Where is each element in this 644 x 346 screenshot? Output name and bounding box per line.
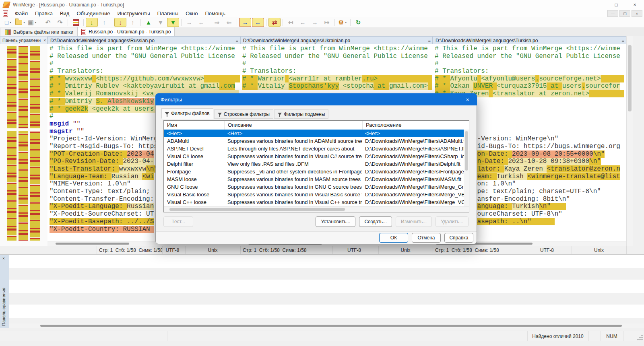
maximize-button[interactable]: □ (607, 0, 625, 10)
filter-list-vscrollbar[interactable] (464, 130, 469, 207)
menu-item-5[interactable]: Инструменты (114, 10, 154, 16)
filter-location-cell: D:\Downloads\WinMerge\Filters\Merge_VB_l… (362, 191, 464, 198)
hscroll-thumb[interactable] (40, 325, 622, 327)
filter-name-cell: Visual C++ loose (164, 198, 224, 206)
toolbar-separator (68, 19, 68, 26)
current-difference-button[interactable]: ↓ (114, 18, 126, 27)
status-encoding-3[interactable]: UTF-8 (522, 246, 572, 254)
copy-left-gray-button: ← (196, 18, 207, 27)
file-path: D:\Downloads\WinMerge\Languages\Turkish.… (436, 38, 538, 43)
column-header-name[interactable]: Имя (164, 121, 225, 130)
column-header-location[interactable]: Расположение (363, 121, 469, 130)
status-eol-3[interactable]: Unix (572, 246, 627, 254)
filter-list[interactable]: Имя Описание Расположение <Нет><Нет><Нет… (163, 120, 469, 212)
mdi-minimize-button[interactable]: — (607, 10, 618, 17)
mdi-close-button[interactable]: × (632, 10, 642, 17)
vscroll-thumb[interactable] (628, 45, 632, 111)
current-difference-up-button: ↑ (127, 18, 138, 27)
filter-row[interactable]: <Нет><Нет><Нет> (164, 130, 464, 137)
filter-row[interactable]: Visual C# looseSuppresses various binari… (164, 152, 464, 160)
header-menu-icon[interactable]: ≡ (622, 38, 624, 43)
resize-grip[interactable] (637, 335, 643, 340)
install-button[interactable]: Установить... (316, 216, 355, 227)
column-header-description[interactable]: Описание (225, 121, 363, 130)
close-button[interactable]: × (625, 0, 644, 10)
next-conflict-button[interactable]: ▼ (167, 18, 179, 27)
code-line: # * Vitaliy Stopchans'kyy <stopcha at gm… (242, 82, 433, 90)
filter-row[interactable]: Delphi filterView only files .PAS and fi… (164, 160, 464, 168)
ok-button[interactable]: ОК (379, 233, 408, 243)
new-button[interactable]: □ (2, 18, 14, 27)
winmerge-logo-icon (2, 2, 10, 8)
copy-to-left-button[interactable]: ← (252, 18, 264, 27)
filter-row[interactable]: Visual C++ looseSuppresses various binar… (164, 198, 464, 206)
mdi-window-controls: — ◱ × (606, 10, 642, 17)
filter-row[interactable]: FrontpageSuppresses _vti and other syste… (164, 168, 464, 175)
previous-conflict-button[interactable]: ▲ (143, 18, 154, 27)
filter-row[interactable]: GNU C looseSuppresses various binaries f… (164, 183, 464, 191)
view-differences-button[interactable] (70, 18, 81, 27)
dialog-tab-2[interactable]: Строковые фильтры (214, 109, 273, 119)
open-button[interactable] (14, 18, 26, 27)
dialog-close-button[interactable]: × (458, 94, 477, 106)
dialog-tab-1[interactable]: Фильтры файлов (161, 108, 213, 119)
code-line: # Translators: (50, 68, 240, 75)
filter-row[interactable]: Visual Basic looseSuppresses various bin… (164, 191, 464, 198)
window-edge (0, 341, 644, 346)
tab-compare[interactable]: Russian.po - Ukrainian.po - Turkish.po (77, 27, 175, 36)
location-bar-left[interactable] (7, 46, 17, 241)
cancel-button[interactable]: Отмена (412, 233, 441, 243)
compare-pane-body[interactable] (9, 255, 644, 323)
menu-item-7[interactable]: Окно (182, 10, 201, 16)
vscroll-thumb[interactable] (465, 131, 468, 171)
dialog-title: Фильтры (161, 97, 182, 103)
header-menu-icon[interactable]: ≡ (236, 38, 238, 43)
next-difference-button[interactable]: ↓ (86, 18, 98, 27)
menu-item-8[interactable]: Помощь (202, 10, 229, 16)
title-bar: WinMerge - [Russian.po - Ukrainian.po - … (0, 0, 644, 10)
status-eol-1[interactable]: Unix (185, 246, 241, 254)
location-bar-middle[interactable] (19, 46, 28, 241)
status-encoding-1[interactable]: UTF-8 (160, 246, 186, 254)
options-button[interactable]: ⚙ (337, 18, 348, 27)
filter-row[interactable]: ADAMultiSuppresses various binaries foun… (164, 137, 464, 145)
help-button[interactable]: Справка (444, 233, 473, 243)
vertical-scrollbar[interactable] (626, 36, 633, 246)
location-bar-right[interactable] (30, 46, 40, 241)
menu-bar: ФайлПравкаВидОбъединениеИнструментыПлаги… (0, 10, 644, 17)
filter-row[interactable]: MASM looseSuppresses various binaries fo… (164, 175, 464, 183)
current-difference-icon: ↓ (119, 19, 122, 26)
file-header-russian[interactable]: D:\Downloads\WinMerge\Languages\Russian.… (47, 36, 240, 45)
status-position-2: Стр: 1 Стб: 1/58 Симв: 1/58 (240, 246, 333, 254)
file-header-ukrainian[interactable]: D:\Downloads\WinMerge\Languages\Ukrainia… (240, 36, 433, 45)
filter-row[interactable]: ASP.NET DevelLets through only files ASP… (164, 145, 464, 152)
filter-list-hscrollbar[interactable] (164, 206, 469, 212)
refresh-button[interactable]: ↻ (353, 18, 364, 27)
num-lock-indicator: NUM (601, 331, 623, 342)
status-encoding-2[interactable]: UTF-8 (330, 246, 379, 254)
menu-item-1[interactable]: Файл (11, 10, 31, 16)
status-eol-2[interactable]: Unix (378, 246, 433, 254)
dialog-title-bar[interactable]: Фильтры (155, 93, 477, 105)
header-menu-icon[interactable]: ≡ (428, 38, 431, 43)
auto-merge-button[interactable]: ⇄ (268, 18, 281, 27)
tab-select-files[interactable]: Выбрать файлы или папки (1, 28, 77, 36)
menu-items: ФайлПравкаВидОбъединениеИнструментыПлаги… (11, 10, 229, 16)
menu-item-2[interactable]: Правка (31, 10, 56, 16)
menu-item-3[interactable]: Вид (56, 10, 73, 16)
location-bars[interactable] (7, 46, 41, 241)
file-header-turkish[interactable]: D:\Downloads\WinMerge\Languages\Turkish.… (433, 36, 626, 45)
mdi-restore-button[interactable]: ◱ (619, 10, 630, 17)
copy-left-gray-icon: ← (198, 19, 204, 26)
hscroll-thumb[interactable] (169, 208, 345, 211)
minimize-button[interactable]: — (588, 0, 607, 10)
dialog-tab-3[interactable]: Фильтры подмены (274, 109, 328, 119)
menu-item-4[interactable]: Объединение (73, 10, 114, 16)
location-pane-close-icon[interactable]: × (43, 38, 46, 43)
create-button[interactable]: Создать... (359, 216, 392, 227)
filter-list-header: Имя Описание Расположение (164, 121, 469, 130)
compare-pane-close-icon[interactable]: × (2, 256, 5, 261)
menu-item-6[interactable]: Плагины (154, 10, 182, 16)
copy-to-right-button[interactable]: → (239, 18, 251, 27)
hscroll-thumb[interactable] (56, 243, 129, 245)
